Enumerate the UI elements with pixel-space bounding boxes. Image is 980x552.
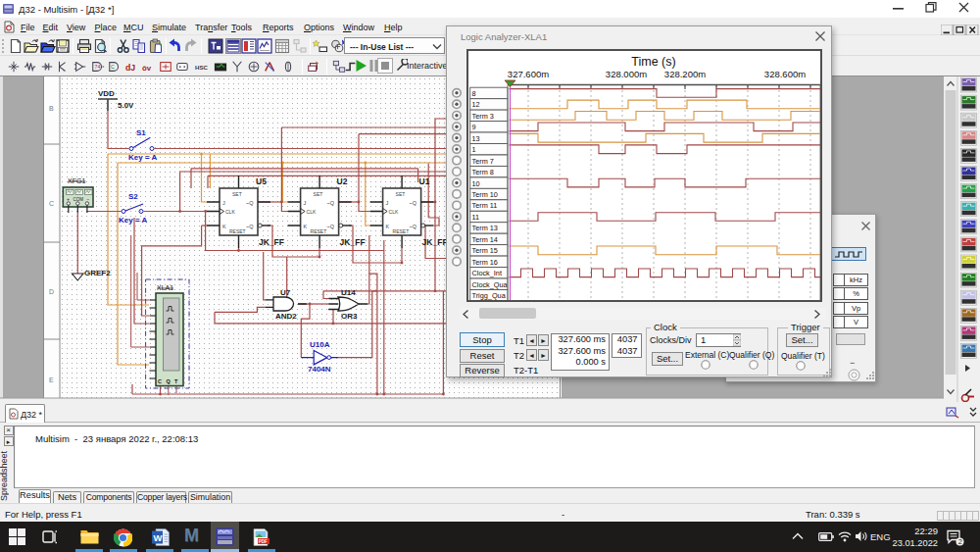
svg-text:U7: U7 bbox=[280, 288, 291, 297]
svg-text:OR3: OR3 bbox=[341, 312, 358, 321]
svg-text:S2: S2 bbox=[128, 192, 138, 201]
svg-text:Key = A: Key = A bbox=[128, 153, 157, 162]
svg-text:328.200m: 328.200m bbox=[664, 69, 706, 79]
svg-text:1: 1 bbox=[472, 145, 476, 154]
svg-text:Term 8: Term 8 bbox=[472, 168, 494, 176]
svg-text:~Q: ~Q bbox=[246, 224, 254, 229]
svg-text:11: 11 bbox=[472, 213, 480, 222]
svg-text:Clock_Int: Clock_Int bbox=[472, 269, 502, 277]
svg-text:B: B bbox=[49, 105, 54, 112]
svg-text:−: − bbox=[87, 196, 90, 202]
svg-text:S1: S1 bbox=[136, 128, 146, 137]
svg-text:Trigg_Qua: Trigg_Qua bbox=[472, 291, 507, 300]
svg-text:SET: SET bbox=[396, 191, 406, 197]
svg-text:C: C bbox=[111, 64, 115, 70]
svg-text:JK_FF: JK_FF bbox=[259, 237, 284, 247]
svg-text:328.000m: 328.000m bbox=[606, 69, 647, 79]
svg-text:CLK: CLK bbox=[389, 209, 399, 215]
svg-text:Term 16: Term 16 bbox=[472, 258, 498, 267]
svg-text:E: E bbox=[49, 376, 54, 383]
svg-text:CLK: CLK bbox=[225, 209, 235, 215]
svg-text:PDF: PDF bbox=[259, 539, 268, 544]
svg-text:COM: COM bbox=[74, 197, 84, 202]
svg-text:U14: U14 bbox=[341, 288, 356, 297]
svg-text:7404N: 7404N bbox=[308, 365, 331, 374]
svg-text:W: W bbox=[154, 532, 163, 543]
svg-text:Clock_Qua: Clock_Qua bbox=[472, 280, 509, 289]
svg-text:D: D bbox=[49, 288, 54, 295]
svg-text:GREF2: GREF2 bbox=[84, 269, 111, 277]
svg-text:RESET: RESET bbox=[311, 228, 327, 234]
svg-text:5.0V: 5.0V bbox=[118, 101, 134, 110]
svg-text:~Q: ~Q bbox=[410, 200, 417, 206]
svg-text:~Q: ~Q bbox=[327, 224, 335, 229]
svg-text:CLK: CLK bbox=[307, 209, 317, 215]
svg-text:Q: Q bbox=[167, 378, 172, 384]
svg-text:74: 74 bbox=[95, 64, 101, 70]
svg-text:Term 15: Term 15 bbox=[472, 246, 498, 255]
svg-text:JK_FF: JK_FF bbox=[340, 237, 366, 247]
svg-text:Term 14: Term 14 bbox=[472, 235, 498, 244]
svg-text:VDD: VDD bbox=[98, 89, 115, 98]
svg-text:Time (s): Time (s) bbox=[631, 55, 675, 69]
svg-text:SET: SET bbox=[232, 191, 242, 197]
svg-text:Term 13: Term 13 bbox=[472, 224, 498, 232]
svg-text:Key = A: Key = A bbox=[119, 216, 147, 225]
svg-text:XLA1: XLA1 bbox=[157, 284, 173, 291]
svg-text:10: 10 bbox=[472, 179, 480, 188]
svg-text:U5: U5 bbox=[256, 176, 267, 186]
svg-text:K: K bbox=[304, 224, 308, 229]
svg-text:HSC: HSC bbox=[195, 63, 208, 70]
svg-text:J: J bbox=[304, 200, 307, 206]
svg-text:JK_FF: JK_FF bbox=[422, 237, 448, 247]
svg-text:RESET: RESET bbox=[229, 228, 246, 234]
svg-text:K: K bbox=[222, 224, 226, 229]
svg-text:J: J bbox=[386, 200, 389, 206]
svg-text:dJ: dJ bbox=[125, 62, 135, 72]
svg-text:C: C bbox=[158, 378, 162, 384]
svg-text:U1: U1 bbox=[419, 176, 430, 186]
svg-text:327.600m: 327.600m bbox=[508, 69, 549, 79]
svg-text:Term 11: Term 11 bbox=[472, 201, 498, 210]
svg-text:13: 13 bbox=[472, 134, 480, 143]
svg-text:12: 12 bbox=[472, 100, 480, 109]
svg-text:ôv: ôv bbox=[142, 63, 152, 72]
svg-text:8: 8 bbox=[472, 89, 476, 98]
svg-text:Term 7: Term 7 bbox=[472, 157, 494, 166]
svg-text:SET: SET bbox=[314, 191, 323, 197]
svg-text:~Q: ~Q bbox=[410, 224, 417, 229]
svg-text:2: 2 bbox=[958, 537, 962, 546]
svg-text:XFG1: XFG1 bbox=[68, 177, 85, 184]
svg-text:U2: U2 bbox=[337, 176, 348, 186]
svg-text:J: J bbox=[222, 200, 225, 206]
svg-text:~Q: ~Q bbox=[327, 200, 335, 206]
svg-text:RESET: RESET bbox=[393, 228, 410, 234]
svg-text:AND2: AND2 bbox=[275, 312, 297, 321]
svg-text:+: + bbox=[67, 196, 70, 202]
svg-text:328.600m: 328.600m bbox=[764, 69, 806, 79]
svg-text:C: C bbox=[49, 200, 54, 207]
svg-text:K: K bbox=[386, 224, 390, 229]
svg-text:Term 10: Term 10 bbox=[472, 190, 498, 199]
svg-text:U10A: U10A bbox=[310, 340, 330, 349]
svg-text:9: 9 bbox=[472, 123, 476, 131]
svg-text:Term 3: Term 3 bbox=[472, 112, 494, 121]
svg-text:~Q: ~Q bbox=[246, 200, 254, 206]
